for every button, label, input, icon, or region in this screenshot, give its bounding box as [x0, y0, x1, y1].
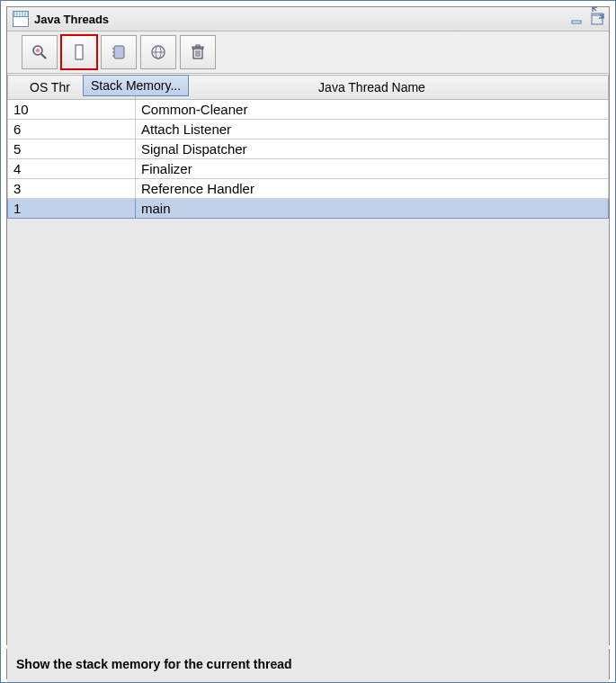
- svg-point-5: [36, 49, 40, 52]
- svg-rect-7: [114, 46, 124, 58]
- threads-table[interactable]: OS Thr Java Thread Name 10Common-Cleaner…: [7, 75, 609, 219]
- notebook-icon: [110, 43, 128, 61]
- table-row[interactable]: 1main: [8, 199, 609, 219]
- table-row[interactable]: 5Signal Dispatcher: [8, 139, 609, 159]
- cell-os-thread: 3: [8, 179, 136, 199]
- panel-title: Java Threads: [34, 13, 566, 26]
- table-empty-area: [7, 219, 609, 683]
- cell-os-thread: 4: [8, 159, 136, 179]
- svg-line-4: [41, 54, 46, 58]
- globe-button[interactable]: [140, 35, 176, 69]
- stack-icon: [70, 43, 88, 61]
- cell-thread-name: Common-Cleaner: [136, 100, 609, 120]
- threads-table-area: OS Thr Java Thread Name 10Common-Cleaner…: [7, 74, 609, 644]
- notebook-button[interactable]: [101, 35, 137, 69]
- cell-thread-name: Signal Dispatcher: [136, 139, 609, 159]
- cell-os-thread: 1: [8, 199, 136, 219]
- maximize-icon[interactable]: [591, 13, 603, 25]
- delete-button[interactable]: [180, 35, 216, 69]
- window-icon: [13, 11, 29, 27]
- table-row[interactable]: 6Attach Listener: [8, 120, 609, 139]
- table-row[interactable]: 10Common-Cleaner: [8, 100, 609, 120]
- cell-thread-name: Reference Handler: [136, 179, 609, 199]
- cell-os-thread: 5: [8, 139, 136, 159]
- globe-icon: [149, 43, 167, 61]
- tooltip: Stack Memory...: [83, 75, 189, 96]
- stack-memory-button[interactable]: [61, 35, 97, 69]
- svg-rect-0: [572, 21, 581, 23]
- trash-icon: [189, 43, 207, 61]
- magnifier-icon: [31, 43, 49, 61]
- find-button[interactable]: [22, 35, 58, 69]
- status-text: Show the stack memory for the current th…: [16, 657, 292, 671]
- titlebar: Java Threads: [7, 7, 609, 31]
- svg-rect-6: [76, 45, 83, 59]
- cell-os-thread: 6: [8, 120, 136, 139]
- cell-thread-name: Attach Listener: [136, 120, 609, 139]
- column-java-thread-name[interactable]: Java Thread Name: [136, 76, 609, 100]
- svg-rect-19: [196, 45, 200, 47]
- table-row[interactable]: 3Reference Handler: [8, 179, 609, 199]
- minimize-icon[interactable]: [571, 13, 584, 25]
- java-threads-panel: Java Threads: [6, 6, 610, 645]
- cell-thread-name: main: [136, 199, 609, 219]
- cell-os-thread: 10: [8, 100, 136, 120]
- toolbar: Stack Memory...: [7, 31, 609, 74]
- cell-thread-name: Finalizer: [136, 159, 609, 179]
- table-row[interactable]: 4Finalizer: [8, 159, 609, 179]
